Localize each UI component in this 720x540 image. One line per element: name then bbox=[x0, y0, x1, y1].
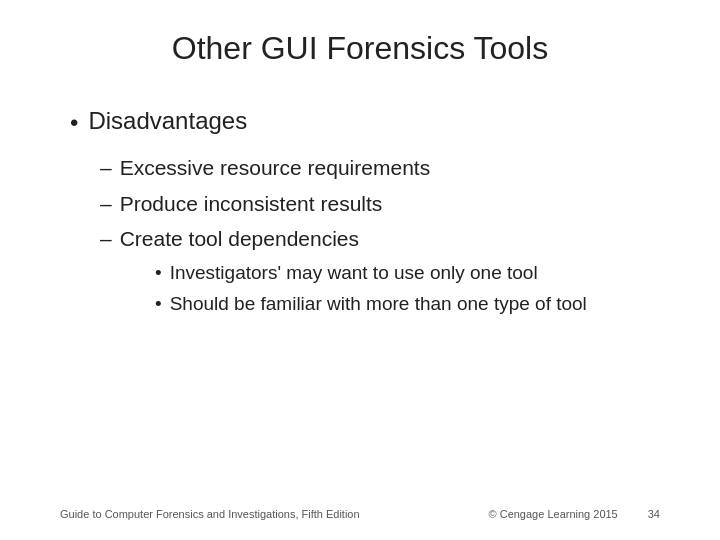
sub-sub-item-2: • Should be familiar with more than one … bbox=[155, 290, 660, 319]
sub-item-2: – Produce inconsistent results bbox=[100, 188, 660, 220]
bullet-dot: • bbox=[70, 107, 78, 138]
main-bullet-label: Disadvantages bbox=[88, 107, 247, 135]
sub-item-1: – Excessive resource requirements bbox=[100, 152, 660, 184]
sub-sub-list: • Investigators' may want to use only on… bbox=[155, 259, 660, 319]
slide-content: • Disadvantages – Excessive resource req… bbox=[60, 107, 660, 498]
dash-3: – bbox=[100, 223, 112, 255]
slide-title: Other GUI Forensics Tools bbox=[60, 30, 660, 77]
footer-left-text: Guide to Computer Forensics and Investig… bbox=[60, 508, 360, 520]
dash-2: – bbox=[100, 188, 112, 220]
dash-1: – bbox=[100, 152, 112, 184]
sub-sub-item-1-text: Investigators' may want to use only one … bbox=[170, 259, 538, 288]
sub-item-1-text: Excessive resource requirements bbox=[120, 152, 430, 184]
sub-sub-item-2-text: Should be familiar with more than one ty… bbox=[170, 290, 587, 319]
sub-list: – Excessive resource requirements – Prod… bbox=[100, 152, 660, 322]
footer-copyright: © Cengage Learning 2015 bbox=[489, 508, 618, 520]
footer-right: © Cengage Learning 2015 34 bbox=[489, 508, 660, 520]
sub-item-3: – Create tool dependencies bbox=[100, 223, 660, 255]
main-bullet-disadvantages: • Disadvantages bbox=[70, 107, 660, 138]
slide: Other GUI Forensics Tools • Disadvantage… bbox=[0, 0, 720, 540]
slide-footer: Guide to Computer Forensics and Investig… bbox=[60, 498, 660, 520]
sub-sub-dot-2: • bbox=[155, 290, 162, 319]
footer-page-number: 34 bbox=[648, 508, 660, 520]
sub-item-2-text: Produce inconsistent results bbox=[120, 188, 383, 220]
sub-item-3-text: Create tool dependencies bbox=[120, 223, 359, 255]
sub-sub-dot-1: • bbox=[155, 259, 162, 288]
sub-sub-item-1: • Investigators' may want to use only on… bbox=[155, 259, 660, 288]
